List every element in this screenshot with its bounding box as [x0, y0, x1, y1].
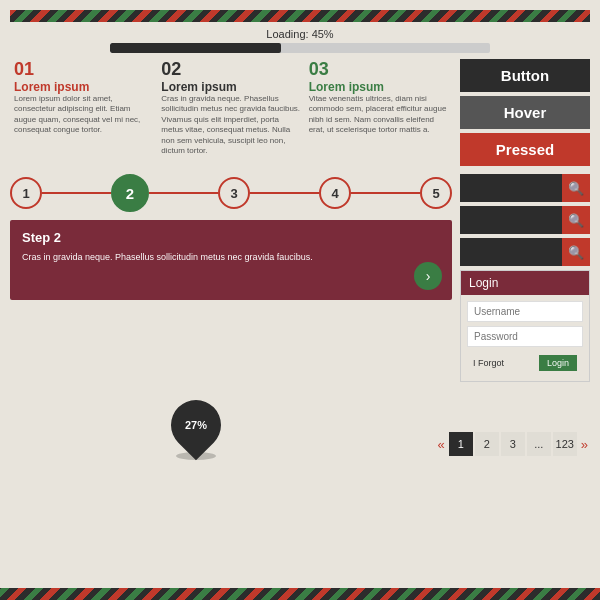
circle-step-4[interactable]: 4: [319, 177, 351, 209]
search-input-3: [460, 238, 562, 266]
step-3: 03 Lorem ipsum Vitae venenatis ultrices,…: [305, 59, 452, 156]
step-box-arrow[interactable]: ›: [414, 262, 442, 290]
search-button-1[interactable]: 🔍: [562, 174, 590, 202]
step-box-title: Step 2: [22, 230, 440, 245]
login-footer: I Forgot Login: [467, 351, 583, 375]
username-field[interactable]: [467, 301, 583, 322]
top-stripe: [10, 10, 590, 22]
login-section: Login I Forgot Login: [460, 270, 590, 382]
connector-2: [149, 192, 218, 194]
steps-flow-left: 1 2 3 4 5 Step 2 Cras in gravida neque. …: [10, 174, 452, 382]
page-prev[interactable]: «: [436, 437, 447, 452]
step-box-text: Cras in gravida neque. Phasellus sollici…: [22, 251, 440, 264]
connector-1: [42, 192, 111, 194]
circle-step-3[interactable]: 3: [218, 177, 250, 209]
step-1-number: 01: [14, 59, 153, 80]
step-1-text: Lorem ipsum dolor sit amet, consectetur …: [14, 94, 153, 136]
step-box: Step 2 Cras in gravida neque. Phasellus …: [10, 220, 452, 300]
loading-bar-fill: [110, 43, 281, 53]
circle-step-2-active[interactable]: 2: [111, 174, 149, 212]
login-header: Login: [461, 271, 589, 295]
search-button-3[interactable]: 🔍: [562, 238, 590, 266]
buttons-section: Button Hover Pressed: [460, 59, 590, 166]
pagination-section: « 1 2 3 ... 123 »: [390, 390, 590, 460]
bottom-stripe: [0, 588, 600, 600]
connector-4: [351, 192, 420, 194]
circle-step-5[interactable]: 5: [420, 177, 452, 209]
login-button[interactable]: Login: [539, 355, 577, 371]
search-input-1: [460, 174, 562, 202]
page-ellipsis[interactable]: ...: [527, 432, 551, 456]
step-3-number: 03: [309, 59, 448, 80]
step-3-text: Vitae venenatis ultrices, diam nisi comm…: [309, 94, 448, 136]
password-field[interactable]: [467, 326, 583, 347]
button-hover[interactable]: Hover: [460, 96, 590, 129]
search-button-2[interactable]: 🔍: [562, 206, 590, 234]
connector-3: [250, 192, 319, 194]
search-input-2: [460, 206, 562, 234]
page-2[interactable]: 2: [475, 432, 499, 456]
button-pressed[interactable]: Pressed: [460, 133, 590, 166]
content-row: 01 Lorem ipsum Lorem ipsum dolor sit ame…: [10, 59, 590, 166]
search-bar-3: 🔍: [460, 238, 590, 266]
pin-label: 27%: [185, 419, 207, 431]
pin-circle: 27%: [161, 390, 232, 461]
page-last[interactable]: 123: [553, 432, 577, 456]
steps-header: 01 Lorem ipsum Lorem ipsum dolor sit ame…: [10, 59, 452, 156]
page-next[interactable]: »: [579, 437, 590, 452]
step-1: 01 Lorem ipsum Lorem ipsum dolor sit ame…: [10, 59, 157, 156]
forgot-label[interactable]: I Forgot: [473, 358, 504, 368]
loading-label: Loading: 45%: [10, 28, 590, 40]
search-bars: 🔍 🔍 🔍: [460, 174, 590, 266]
loading-section: Loading: 45%: [10, 28, 590, 53]
login-body: I Forgot Login: [461, 295, 589, 381]
page-3[interactable]: 3: [501, 432, 525, 456]
button-default[interactable]: Button: [460, 59, 590, 92]
pagination: « 1 2 3 ... 123 »: [436, 432, 590, 456]
step-1-title: Lorem ipsum: [14, 80, 153, 94]
step-2-number: 02: [161, 59, 300, 80]
map-section: 27%: [10, 390, 382, 460]
steps-flow-section: 1 2 3 4 5 Step 2 Cras in gravida neque. …: [10, 174, 590, 382]
step-2-title: Lorem ipsum: [161, 80, 300, 94]
search-bar-1: 🔍: [460, 174, 590, 202]
loading-bar-container: [110, 43, 490, 53]
bottom-row: 27% « 1 2 3 ... 123 »: [10, 390, 590, 460]
steps-flow-right: 🔍 🔍 🔍 Login I Forgot: [460, 174, 590, 382]
step-2-text: Cras in gravida neque. Phasellus sollici…: [161, 94, 300, 156]
circle-steps: 1 2 3 4 5: [10, 174, 452, 212]
steps-section: 01 Lorem ipsum Lorem ipsum dolor sit ame…: [10, 59, 452, 166]
search-bar-2: 🔍: [460, 206, 590, 234]
page-1[interactable]: 1: [449, 432, 473, 456]
step-3-title: Lorem ipsum: [309, 80, 448, 94]
main-container: Loading: 45% 01 Lorem ipsum Lorem ipsum …: [0, 0, 600, 600]
circle-step-1[interactable]: 1: [10, 177, 42, 209]
map-pin: 27%: [171, 400, 221, 460]
step-2: 02 Lorem ipsum Cras in gravida neque. Ph…: [157, 59, 304, 156]
